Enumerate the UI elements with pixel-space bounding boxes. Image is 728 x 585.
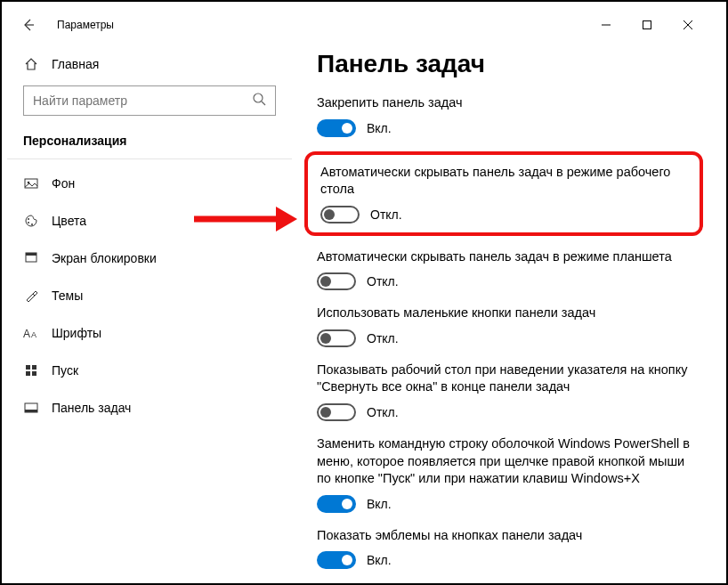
setting-label: Показать эмблемы на кнопках панели задач bbox=[317, 527, 694, 545]
sidebar-item-label: Фон bbox=[52, 176, 75, 191]
sidebar-item-taskbar[interactable]: Панель задач bbox=[7, 389, 292, 427]
svg-text:A: A bbox=[23, 328, 30, 339]
minimize-button[interactable] bbox=[586, 7, 627, 43]
toggle-autohide-desktop[interactable] bbox=[320, 206, 360, 223]
section-label: Персонализация bbox=[7, 128, 292, 158]
toggle-state: Откл. bbox=[367, 405, 399, 419]
palette-icon bbox=[23, 214, 39, 228]
setting-autohide-desktop: Автоматически скрывать панель задач в ре… bbox=[320, 164, 687, 223]
sidebar-item-label: Панель задач bbox=[52, 401, 131, 415]
divider bbox=[7, 158, 292, 159]
search-box[interactable] bbox=[23, 85, 276, 116]
setting-label: Показывать рабочий стол при наведении ук… bbox=[317, 362, 694, 396]
sidebar-item-label: Шрифты bbox=[52, 326, 101, 340]
sidebar-item-colors[interactable]: Цвета bbox=[7, 202, 292, 240]
setting-autohide-tablet: Автоматически скрывать панель задач в ре… bbox=[317, 248, 694, 291]
setting-label: Заменить командную строку оболочкой Wind… bbox=[317, 435, 694, 488]
setting-label: Автоматически скрывать панель задач в ре… bbox=[320, 164, 687, 199]
svg-rect-21 bbox=[25, 410, 37, 412]
picture-icon bbox=[23, 176, 39, 191]
fonts-icon: AA bbox=[23, 327, 39, 339]
toggle-lock-taskbar[interactable] bbox=[317, 119, 356, 137]
sidebar-item-background[interactable]: Фон bbox=[7, 165, 292, 202]
sidebar-item-fonts[interactable]: AA Шрифты bbox=[7, 314, 292, 352]
setting-label: Закрепить панель задач bbox=[317, 94, 694, 112]
search-icon bbox=[252, 92, 266, 110]
home-icon bbox=[23, 57, 39, 71]
start-icon bbox=[23, 363, 39, 378]
themes-icon bbox=[23, 288, 39, 303]
toggle-state: Вкл. bbox=[367, 553, 392, 567]
lockscreen-icon bbox=[23, 251, 39, 265]
window-title: Параметры bbox=[57, 19, 114, 31]
svg-point-9 bbox=[28, 218, 29, 220]
home-nav[interactable]: Главная bbox=[7, 46, 292, 82]
toggle-state: Вкл. bbox=[367, 121, 392, 135]
toggle-small-buttons[interactable] bbox=[317, 329, 356, 347]
page-title: Панель задач bbox=[317, 50, 694, 78]
back-button[interactable] bbox=[20, 16, 37, 34]
svg-rect-2 bbox=[643, 21, 651, 29]
svg-line-6 bbox=[262, 102, 265, 105]
toggle-powershell[interactable] bbox=[317, 495, 356, 513]
svg-rect-7 bbox=[25, 179, 37, 188]
search-input[interactable] bbox=[33, 93, 252, 108]
close-button[interactable] bbox=[667, 7, 708, 43]
setting-peek-desktop: Показывать рабочий стол при наведении ук… bbox=[317, 362, 694, 421]
maximize-button[interactable] bbox=[627, 7, 667, 43]
sidebar-item-lockscreen[interactable]: Экран блокировки bbox=[7, 240, 292, 277]
svg-point-11 bbox=[31, 223, 33, 225]
svg-rect-17 bbox=[32, 365, 36, 370]
titlebar: Параметры bbox=[7, 7, 721, 43]
setting-label: Автоматически скрывать панель задач в ре… bbox=[317, 248, 694, 266]
sidebar-item-label: Экран блокировки bbox=[52, 251, 157, 265]
highlighted-setting: Автоматически скрывать панель задач в ре… bbox=[304, 151, 703, 236]
home-label: Главная bbox=[52, 57, 99, 71]
toggle-state: Откл. bbox=[367, 331, 399, 345]
setting-powershell: Заменить командную строку оболочкой Wind… bbox=[317, 435, 694, 513]
content-pane: Панель задач Закрепить панель задач Вкл.… bbox=[292, 43, 721, 578]
svg-point-10 bbox=[28, 222, 29, 223]
taskbar-icon bbox=[23, 401, 39, 415]
setting-badges: Показать эмблемы на кнопках панели задач… bbox=[317, 527, 694, 570]
sidebar-item-themes[interactable]: Темы bbox=[7, 277, 292, 314]
setting-label: Использовать маленькие кнопки панели зад… bbox=[317, 305, 694, 322]
svg-text:A: A bbox=[31, 330, 36, 339]
setting-small-buttons: Использовать маленькие кнопки панели зад… bbox=[317, 305, 694, 347]
sidebar-item-start[interactable]: Пуск bbox=[7, 352, 292, 389]
toggle-badges[interactable] bbox=[317, 551, 356, 569]
sidebar-item-label: Темы bbox=[52, 288, 83, 303]
setting-lock-taskbar: Закрепить панель задач Вкл. bbox=[317, 94, 694, 137]
svg-point-5 bbox=[254, 93, 263, 102]
toggle-autohide-tablet[interactable] bbox=[317, 272, 356, 290]
sidebar: Главная Персонализация Фон bbox=[7, 43, 292, 578]
svg-rect-13 bbox=[26, 253, 36, 256]
sidebar-item-label: Пуск bbox=[52, 363, 78, 378]
sidebar-item-label: Цвета bbox=[52, 214, 86, 228]
svg-rect-19 bbox=[32, 371, 36, 376]
toggle-state: Откл. bbox=[370, 207, 402, 222]
toggle-state: Вкл. bbox=[367, 497, 392, 511]
svg-rect-18 bbox=[26, 371, 30, 376]
toggle-state: Откл. bbox=[367, 274, 399, 288]
toggle-peek-desktop[interactable] bbox=[317, 403, 356, 421]
svg-rect-16 bbox=[26, 365, 30, 370]
